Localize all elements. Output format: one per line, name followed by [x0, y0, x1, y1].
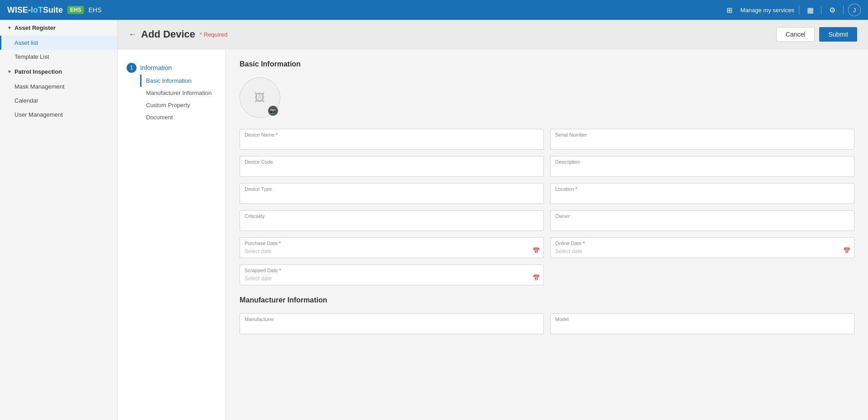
cancel-button[interactable]: Cancel [776, 27, 815, 42]
required-note: * Required [200, 31, 227, 38]
page-header: ← Add Device * Required Cancel Submit [118, 20, 868, 49]
step-sub-basic-info[interactable]: Basic Information [140, 75, 217, 87]
location-required: * [576, 186, 577, 192]
sidebar-section-asset: ▼ Asset Register Asset list Template Lis… [0, 20, 117, 64]
step-sub-custom-property[interactable]: Custom Property [140, 99, 217, 111]
basic-info-form-grid: Device Name * Serial Number [240, 129, 854, 285]
device-code-input[interactable] [245, 166, 539, 173]
sidebar: ▼ Asset Register Asset list Template Lis… [0, 20, 118, 420]
manage-services-link[interactable]: Manage my services [741, 7, 794, 14]
owner-field: Owner [550, 210, 854, 231]
manufacturer-info-form-grid: Manufacturer Model [240, 313, 854, 334]
device-code-field: Device Code [240, 156, 544, 177]
manufacturer-label: Manufacturer [245, 316, 539, 322]
grid-icon[interactable]: ⊞ [723, 4, 736, 16]
step-1-label: Information [140, 64, 172, 71]
settings-icon[interactable]: ⚙ [826, 4, 839, 16]
device-code-label: Device Code [245, 159, 539, 165]
basic-info-section-title: Basic Information [240, 60, 854, 68]
sidebar-item-asset-list[interactable]: Asset list [0, 36, 117, 50]
purchase-date-input[interactable] [245, 248, 539, 255]
back-button[interactable]: ← [128, 30, 137, 39]
step-sub-manufacturer-info[interactable]: Manufacturer Information [140, 87, 217, 99]
scrapped-date-calendar-icon[interactable]: 📅 [533, 274, 540, 281]
model-input[interactable] [555, 324, 849, 330]
page-header-left: ← Add Device * Required [128, 28, 227, 40]
camera-icon[interactable]: 📷 [268, 106, 278, 116]
owner-group: Owner [550, 210, 854, 231]
online-date-field: Online Date * 📅 [550, 237, 854, 258]
sidebar-section-patrol: ▼ Patrol Inspection Mask Management Cale… [0, 64, 117, 122]
scrapped-date-field: Scrapped Date * 📅 [240, 264, 544, 285]
top-nav-left: WISE-IoTSuite EHS EHS [7, 5, 102, 15]
ehs-label: EHS [89, 6, 102, 14]
manufacturer-info-section: Manufacturer Information Manufacturer [240, 296, 854, 334]
device-type-label: Device Type [245, 186, 539, 192]
online-date-label: Online Date * [555, 241, 849, 246]
chart-icon[interactable]: ▦ [804, 4, 816, 16]
description-group: Description [550, 156, 854, 177]
scrapped-date-input[interactable] [245, 275, 539, 282]
manufacturer-input[interactable] [245, 324, 539, 330]
serial-number-input[interactable] [555, 139, 849, 146]
form-layout: 1 Information Basic Information Manufact… [118, 49, 868, 420]
step-sub-document[interactable]: Document [140, 111, 217, 123]
top-nav: WISE-IoTSuite EHS EHS ⊞ Manage my servic… [0, 0, 868, 20]
content-area: ← Add Device * Required Cancel Submit 1 … [118, 20, 868, 420]
sidebar-item-mask-management[interactable]: Mask Management [0, 80, 117, 94]
user-avatar[interactable]: J [848, 4, 861, 16]
location-group: Location * [550, 183, 854, 204]
online-date-input[interactable] [555, 248, 849, 255]
manufacturer-field: Manufacturer [240, 313, 544, 334]
step-1-header[interactable]: 1 Information [127, 63, 217, 73]
scrapped-date-required: * [279, 268, 281, 273]
model-group: Model [550, 313, 854, 334]
model-field: Model [550, 313, 854, 334]
purchase-date-required: * [279, 241, 281, 246]
device-type-input[interactable] [245, 193, 539, 200]
sidebar-group-asset-register[interactable]: ▼ Asset Register [0, 20, 117, 36]
purchase-date-calendar-icon[interactable]: 📅 [533, 247, 540, 254]
purchase-date-field: Purchase Date * 📅 [240, 237, 544, 258]
criticality-input[interactable] [245, 221, 539, 227]
description-field: Description [550, 156, 854, 177]
owner-input[interactable] [555, 221, 849, 227]
page-title: Add Device [141, 28, 195, 40]
device-code-group: Device Code [240, 156, 544, 177]
model-label: Model [555, 316, 849, 322]
ehs-badge: EHS [67, 6, 84, 14]
steps-panel: 1 Information Basic Information Manufact… [118, 49, 226, 420]
owner-label: Owner [555, 213, 849, 219]
sidebar-item-template-list[interactable]: Template List [0, 50, 117, 64]
image-placeholder-icon: 🖼 [255, 91, 265, 104]
description-input[interactable] [555, 166, 849, 173]
avatar-upload[interactable]: 🖼 📷 [240, 77, 280, 118]
description-label: Description [555, 159, 849, 165]
online-date-group: Online Date * 📅 [550, 237, 854, 258]
brand-name: WISE-IoTSuite [7, 5, 63, 15]
scrapped-date-label: Scrapped Date * [245, 268, 539, 273]
sidebar-group-label: Asset Register [14, 24, 56, 31]
device-name-input[interactable] [245, 139, 539, 146]
nav-divider3 [843, 5, 844, 14]
manufacturer-info-section-title: Manufacturer Information [240, 296, 854, 304]
sidebar-group-patrol-inspection[interactable]: ▼ Patrol Inspection [0, 64, 117, 80]
sidebar-item-calendar[interactable]: Calendar [0, 94, 117, 108]
device-name-group: Device Name * [240, 129, 544, 150]
purchase-date-label: Purchase Date * [245, 241, 539, 246]
location-input[interactable] [555, 193, 849, 200]
step-1-sub-items: Basic Information Manufacturer Informati… [140, 75, 217, 123]
location-field: Location * [550, 183, 854, 204]
serial-number-label: Serial Number [555, 132, 849, 137]
form-content: Basic Information 🖼 📷 Device Name * [226, 49, 868, 420]
top-nav-right: ⊞ Manage my services ▦ ⚙ J [723, 4, 861, 16]
device-type-field: Device Type [240, 183, 544, 204]
online-date-calendar-icon[interactable]: 📅 [843, 247, 850, 254]
criticality-field: Criticality [240, 210, 544, 231]
sidebar-item-user-management[interactable]: User Management [0, 108, 117, 122]
device-name-required: * [276, 132, 278, 137]
serial-number-group: Serial Number [550, 129, 854, 150]
manufacturer-group: Manufacturer [240, 313, 544, 334]
submit-button[interactable]: Submit [819, 27, 857, 42]
device-type-group: Device Type [240, 183, 544, 204]
